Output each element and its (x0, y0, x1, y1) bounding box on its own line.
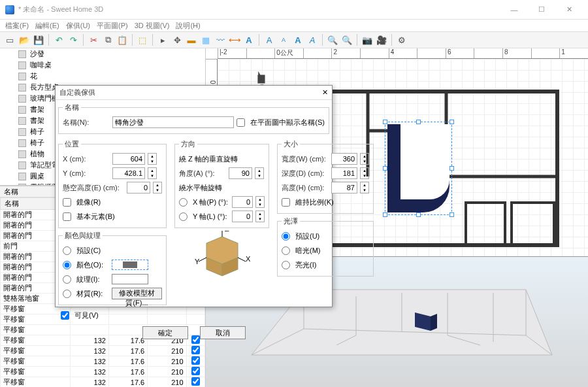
selected-furniture[interactable] (387, 124, 449, 212)
menu-bar: 檔案(F) 編輯(E) 傢俱(U) 平面圖(P) 3D 視圖(V) 說明(H) (0, 20, 588, 31)
modify-furniture-dialog: 自定義傢俱 ✕ 名稱 名稱(N): 在平面圖中顯示名稱(S) 位置 X (cm)… (55, 85, 333, 307)
undo-icon[interactable]: ↶ (53, 34, 65, 46)
video-icon[interactable]: 🎥 (376, 34, 387, 46)
y-spinner[interactable]: ▲▼ (148, 167, 157, 179)
base-checkbox[interactable] (63, 212, 71, 221)
copy-icon[interactable]: ⧉ (102, 34, 114, 46)
mirror-checkbox[interactable] (63, 198, 71, 207)
app-icon (5, 5, 14, 14)
visible-checkbox[interactable] (61, 311, 69, 320)
save-icon[interactable]: 💾 (33, 34, 44, 46)
dialog-close-icon[interactable]: ✕ (322, 88, 328, 97)
svg-rect-6 (512, 203, 554, 245)
svg-text:Z: Z (225, 231, 229, 233)
svg-text:X: X (246, 255, 251, 263)
table-row[interactable]: 平移窗13217.6210 (1, 377, 205, 388)
select-icon[interactable]: ▸ (157, 34, 169, 46)
catalog-item[interactable]: 花 (0, 71, 205, 82)
svg-text:Y: Y (195, 258, 200, 265)
color-radio[interactable] (63, 261, 71, 269)
selection-outline (385, 122, 452, 215)
new-icon[interactable]: ▭ (4, 34, 16, 46)
catalog-item[interactable]: 咖啡桌 (0, 59, 205, 71)
window-title: * 未命名 - Sweet Home 3D (18, 5, 500, 14)
text-inc-icon[interactable]: A (263, 34, 275, 46)
texture-radio[interactable] (63, 275, 71, 284)
show-name-checkbox[interactable] (237, 118, 245, 127)
y-field[interactable] (112, 167, 145, 179)
table-row[interactable]: 平移窗13217.6210 (1, 356, 205, 367)
width-field[interactable] (331, 153, 357, 165)
toolbar: ▭ 📂 💾 ↶ ↷ ✂ ⧉ 📋 ⬚ ▸ ✥ ▬ ▦ 〰 ⟷ A A A A A … (0, 31, 588, 48)
position-group: 位置 X (cm):▲▼ Y (cm):▲▼ 懸空高度(E) (cm):▲▼ 鏡… (58, 139, 167, 228)
dimension-icon[interactable]: ⟷ (229, 34, 240, 46)
x-spinner[interactable]: ▲▼ (148, 153, 157, 165)
menu-furniture[interactable]: 傢俱(U) (63, 21, 93, 31)
close-button[interactable]: ✕ (555, 1, 583, 19)
direction-group: 方向 繞 Z 軸的垂直旋轉 角度(A) (°):▲▼ 繞水平軸旋轉 X 軸(P)… (174, 139, 269, 228)
text-icon[interactable]: A (243, 34, 255, 46)
svg-line-10 (238, 258, 246, 261)
wall-icon[interactable]: ▬ (186, 34, 197, 46)
svg-rect-5 (466, 203, 505, 245)
text-dec-icon[interactable]: A (278, 34, 289, 46)
texture-swatch[interactable] (112, 274, 148, 284)
shine-matte-radio[interactable] (282, 246, 290, 255)
material-radio[interactable] (63, 290, 71, 298)
size-group: 大小 寬度(W) (cm):▲▼ 深度(D) (cm):▲▼ 高度(H) (cm… (277, 139, 374, 214)
height-field[interactable] (331, 182, 357, 194)
catalog-item[interactable]: 沙發 (0, 48, 205, 59)
open-icon[interactable]: 📂 (18, 34, 30, 46)
ok-button[interactable]: 確定 (142, 326, 188, 339)
italic-icon[interactable]: A (306, 34, 318, 46)
maximize-button[interactable]: ☐ (528, 1, 555, 19)
menu-plan[interactable]: 平面圖(P) (94, 21, 131, 31)
depth-field[interactable] (331, 167, 357, 179)
menu-3dview[interactable]: 3D 視圖(V) (132, 21, 172, 31)
minimize-button[interactable]: — (500, 1, 528, 19)
menu-file[interactable]: 檔案(F) (3, 21, 31, 31)
x-field[interactable] (112, 153, 145, 165)
color-texture-group: 顏色與紋理 預設(C) 顏色(O): 紋理(I): 材質(R):修改模型材質(F… (58, 231, 167, 305)
modify-material-button[interactable]: 修改模型材質(F)... (112, 288, 162, 299)
paste-icon[interactable]: 📋 (116, 34, 128, 46)
shine-group: 光澤 預設(U) 暗光(M) 亮光(I) (277, 216, 374, 277)
svg-text:N: N (259, 75, 264, 83)
menu-edit[interactable]: 編輯(E) (33, 21, 62, 31)
elev-spinner[interactable]: ▲▼ (153, 182, 162, 194)
zoom-in-icon[interactable]: 🔍 (327, 34, 338, 46)
menu-help[interactable]: 說明(H) (173, 21, 203, 31)
angle-field[interactable] (229, 167, 252, 179)
polyline-icon[interactable]: 〰 (214, 34, 226, 46)
svg-line-12 (199, 258, 206, 261)
bold-icon[interactable]: A (292, 34, 304, 46)
cut-icon[interactable]: ✂ (88, 34, 99, 46)
window-titlebar: * 未命名 - Sweet Home 3D — ☐ ✕ (0, 0, 588, 20)
table-row[interactable]: 平移窗13217.6210 (1, 367, 205, 377)
redo-icon[interactable]: ↷ (67, 34, 79, 46)
orientation-preview: Z X Y (189, 231, 255, 283)
default-color-radio[interactable] (63, 246, 71, 255)
dialog-title: 自定義傢俱 (59, 88, 322, 97)
add-furn-icon[interactable]: ⬚ (137, 34, 148, 46)
cancel-button[interactable]: 取消 (200, 326, 246, 339)
room-icon[interactable]: ▦ (200, 34, 212, 46)
yaxis-field[interactable] (232, 210, 253, 222)
yaxis-radio[interactable] (179, 212, 188, 221)
photo-icon[interactable]: 📷 (361, 34, 373, 46)
zoom-out-icon[interactable]: 🔍 (341, 34, 353, 46)
color-swatch[interactable] (112, 260, 148, 270)
pan-icon[interactable]: ✥ (171, 34, 183, 46)
name-group: 名稱 名稱(N): 在平面圖中顯示名稱(S) (58, 103, 329, 134)
shine-default-radio[interactable] (282, 232, 290, 241)
name-field[interactable] (112, 116, 234, 128)
prefs-icon[interactable]: ⚙ (396, 34, 408, 46)
shine-shiny-radio[interactable] (282, 261, 290, 269)
elev-field[interactable] (127, 182, 150, 194)
xaxis-radio[interactable] (179, 198, 188, 207)
xaxis-field[interactable] (232, 196, 253, 208)
keep-ratio-checkbox[interactable] (282, 198, 290, 207)
table-row[interactable]: 平移窗13217.6210 (1, 346, 205, 356)
ruler-horizontal: |-20公尺24681 (218, 48, 588, 59)
